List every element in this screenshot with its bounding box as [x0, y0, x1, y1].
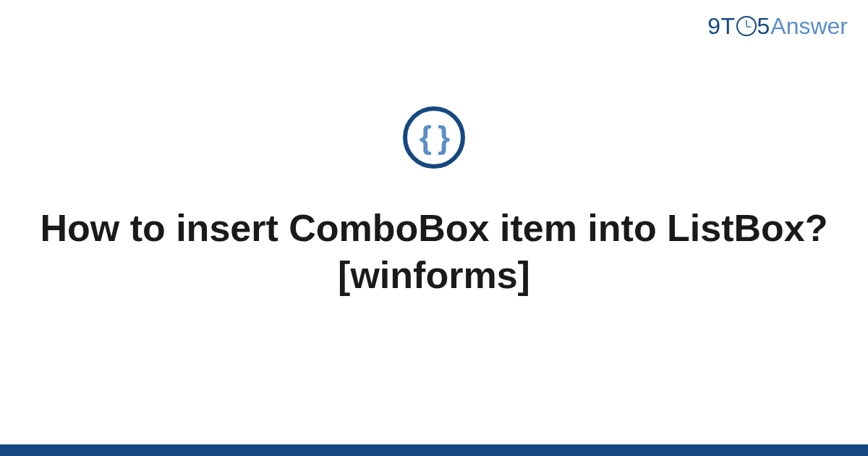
code-braces-icon: { } [420, 122, 448, 153]
main-content: { } How to insert ComboBox item into Lis… [0, 0, 868, 456]
footer-accent-bar [0, 444, 868, 456]
category-icon-circle: { } [403, 106, 465, 169]
question-title: How to insert ComboBox item into ListBox… [36, 205, 832, 299]
